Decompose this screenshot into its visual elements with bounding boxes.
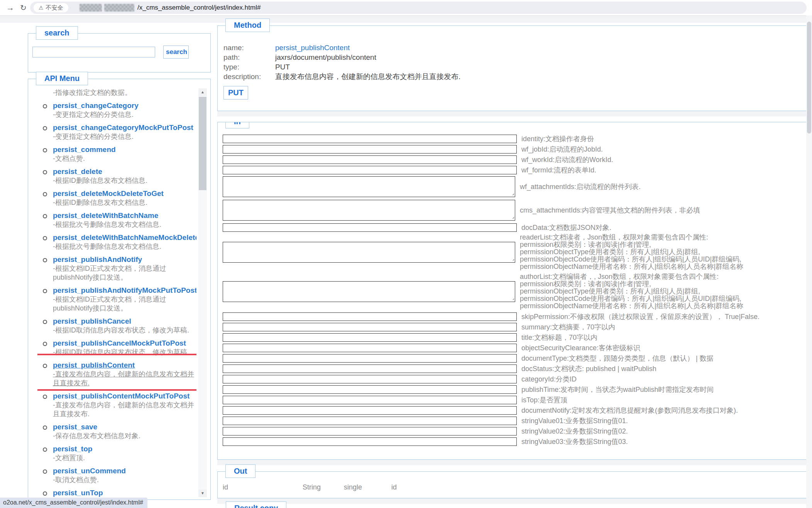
documentType-field[interactable] [223, 354, 517, 363]
api-link-persist_publishAndNotify[interactable]: persist_publishAndNotify [53, 255, 196, 264]
address-bar[interactable]: ⚠ 不安全 /x_cms_assemble_control/jest/index… [30, 2, 807, 14]
bullet-icon [43, 469, 47, 474]
api-link-persist_delete[interactable]: persist_delete [53, 167, 196, 176]
chrome-divider [0, 15, 812, 23]
menu-scrollbar[interactable]: ▲ ▼ [198, 88, 207, 497]
readerList-field[interactable] [223, 242, 515, 263]
cms_attachmentIds-label: cms_attachmentIds:内容管理其他文档的附件列表，非必填 [520, 207, 700, 214]
api-link-persist_deleteWithBatchNameMockDeleteToGet[interactable]: persist_deleteWithBatchNameMockDeleteToG… [53, 233, 196, 242]
api-item-description: -根据ID取消信息内容发布状态，修改为草稿. [53, 326, 196, 335]
wf_formId-field[interactable] [223, 166, 517, 174]
in-field-row: docStatus:文档状态: published | waitPublish [223, 365, 760, 373]
in-field-row: stringValue03:业务数据String值03. [223, 437, 760, 446]
identity-field[interactable] [223, 135, 517, 143]
docStatus-field[interactable] [223, 365, 517, 373]
api-menu-item-persist_publishContentMockPutToPost: persist_publishContentMockPutToPost-直接发布… [37, 392, 196, 419]
stringValue01-field[interactable] [223, 417, 517, 425]
categoryId-field[interactable] [223, 375, 517, 383]
method-row-value[interactable]: persist_publishContent [275, 43, 350, 52]
page: → ↻ ⚠ 不安全 /x_cms_assemble_control/jest/i… [0, 0, 812, 508]
publishTime-label: publishTime:发布时间，当状态为waitPublish时需指定发布时间 [521, 386, 714, 393]
in-field-row: wf_attachmentIds:启动流程的附件列表. [223, 176, 760, 197]
api-link-persist_unTop[interactable]: persist_unTop [53, 488, 196, 498]
wf_workId-field[interactable] [223, 155, 517, 164]
docData-label: docData:文档数据JSON对象. [521, 224, 611, 231]
api-item-description: -根据批次号删除信息发布文档信息. [53, 242, 196, 251]
objectSecurityClearance-field[interactable] [223, 344, 517, 352]
bullet-icon [43, 491, 47, 496]
method-legend: Method [225, 19, 270, 32]
documentType-label: documentType:文档类型，跟随分类类型，信息（默认） | 数据 [521, 355, 714, 362]
api-link-persist_publishCancel[interactable]: persist_publishCancel [53, 317, 196, 326]
stringValue03-field[interactable] [223, 437, 517, 446]
cms_attachmentIds-textarea-wrap [223, 200, 515, 221]
summary-field[interactable] [223, 323, 517, 331]
api-menu-item-persist_save: persist_save-保存信息发布文档信息对象. [37, 422, 196, 440]
api-link-persist_unCommend[interactable]: persist_unCommend [53, 466, 196, 476]
isTop-field[interactable] [223, 396, 517, 404]
authorList-field[interactable] [223, 281, 515, 302]
api-link-persist_top[interactable]: persist_top [53, 444, 196, 454]
skipPermission-field[interactable] [223, 312, 517, 321]
api-item-description: -变更指定文档的分类信息. [53, 110, 196, 119]
page-scrollbar-thumb[interactable] [807, 22, 811, 133]
isTop-label: isTop:是否置顶 [521, 397, 567, 404]
wf_jobId-field[interactable] [223, 145, 517, 154]
method-row: type:PUT [223, 62, 460, 72]
stringValue02-field[interactable] [223, 427, 517, 435]
api-item-description: -根据批次号删除信息发布文档信息. [53, 220, 196, 229]
bullet-icon [43, 192, 47, 196]
bullet-icon [43, 170, 47, 174]
skipPermission-label: skipPermission:不修改权限（跳过权限设置，保留原来的设置）， Tr… [521, 313, 760, 321]
api-link-persist_publishContentMockPutToPost[interactable]: persist_publishContentMockPutToPost [53, 392, 196, 401]
authorList-label: authorList:文档编辑者，, Json数组，权限对象需要包含四个属性:p… [520, 273, 743, 310]
reload-icon[interactable]: ↻ [20, 3, 27, 13]
search-button[interactable]: search [163, 46, 189, 59]
docData-field[interactable] [223, 223, 517, 232]
page-scrollbar[interactable] [806, 15, 812, 508]
api-link-persist_publishAndNotifyMockPutToPost[interactable]: persist_publishAndNotifyMockPutToPost [53, 286, 196, 295]
status-link-tooltip: o2oa.net/x_cms_assemble_control/jest/ind… [0, 498, 147, 508]
wf_jobId-label: wf_jobId:启动流程的JobId. [521, 146, 603, 153]
out-column: id [391, 483, 397, 491]
forward-icon[interactable]: → [6, 3, 14, 13]
api-link-persist_deleteWithBatchName[interactable]: persist_deleteWithBatchName [53, 211, 196, 220]
method-row: path:jaxrs/document/publish/content [223, 52, 460, 62]
scroll-down-icon[interactable]: ▼ [198, 489, 207, 497]
api-menu-item-persist_publishCancel: persist_publishCancel-根据ID取消信息内容发布状态，修改为… [37, 317, 196, 335]
api-link-persist_publishCancelMockPutToPost[interactable]: persist_publishCancelMockPutToPost [53, 339, 196, 348]
scroll-up-icon[interactable]: ▲ [198, 88, 207, 96]
api-link-persist_commend[interactable]: persist_commend [53, 145, 196, 154]
bullet-icon [43, 395, 47, 399]
method-row-label: name: [223, 43, 275, 52]
cms_attachmentIds-field[interactable] [223, 200, 515, 221]
method-panel: Method name:persist_publishContentpath:j… [217, 25, 807, 111]
wf_attachmentIds-field[interactable] [223, 176, 515, 197]
api-link-persist_changeCategory[interactable]: persist_changeCategory [53, 101, 196, 110]
api-link-persist_changeCategoryMockPutToPost[interactable]: persist_changeCategoryMockPutToPost [53, 123, 196, 132]
browser-toolbar: → ↻ ⚠ 不安全 /x_cms_assemble_control/jest/i… [0, 0, 812, 15]
api-link-persist_save[interactable]: persist_save [53, 422, 196, 432]
summary-label: summary:文档摘要，70字以内 [521, 324, 615, 331]
api-menu-item-persist_deleteWithBatchNameMockDeleteToGet: persist_deleteWithBatchNameMockDeleteToG… [37, 233, 196, 251]
security-chip[interactable]: ⚠ 不安全 [34, 3, 68, 12]
api-link-persist_publishContent[interactable]: persist_publishContent [53, 361, 196, 370]
documentNotify-field[interactable] [223, 406, 517, 415]
api-menu-item-persist_changeCategory: persist_changeCategory-变更指定文档的分类信息. [37, 101, 196, 119]
section-divider [217, 460, 806, 465]
api-menu-item-persist_deleteWithBatchName: persist_deleteWithBatchName-根据批次号删除信息发布文… [37, 211, 196, 229]
search-input[interactable] [32, 47, 155, 57]
put-button[interactable]: PUT [223, 86, 248, 100]
bullet-icon [43, 364, 47, 368]
out-panel: Out idStringsingleid [217, 471, 807, 498]
publishTime-field[interactable] [223, 385, 517, 394]
out-column: single [344, 483, 391, 491]
api-menu-item-persist_changeCategoryMockPutToPost: persist_changeCategoryMockPutToPost-变更指定… [37, 123, 196, 141]
scrollbar-thumb[interactable] [199, 97, 206, 190]
method-row: description:直接发布信息内容，创建新的信息发布文档并且直接发布. [223, 72, 460, 81]
in-field-row: wf_jobId:启动流程的JobId. [223, 145, 760, 154]
title-field[interactable] [223, 333, 517, 342]
in-field-row: identity:文档操作者身份 [223, 135, 760, 143]
readerList-label: readerList:文档读者，Json数组，权限对象需要包含四个属性:perm… [520, 234, 743, 270]
api-link-persist_deleteMockDeleteToGet[interactable]: persist_deleteMockDeleteToGet [53, 189, 196, 198]
